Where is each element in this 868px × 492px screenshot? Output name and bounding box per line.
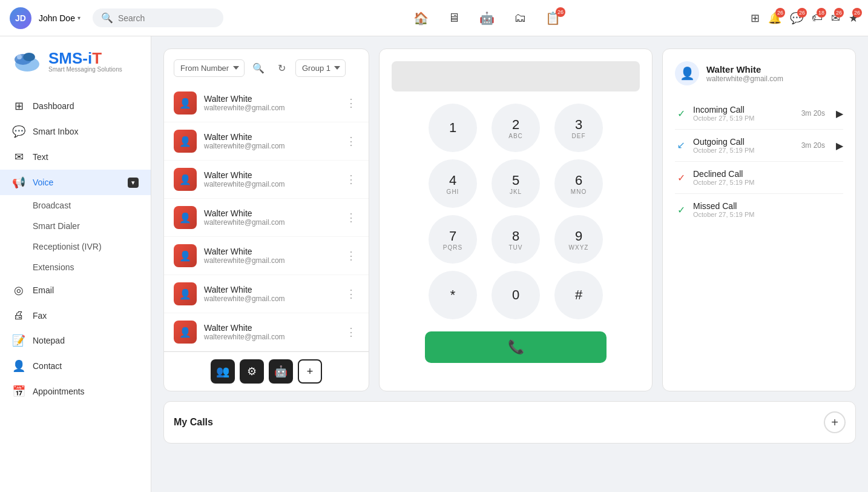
contact-list: 👤 Walter White walterewhite@gmail.com ⋮ …: [164, 84, 369, 351]
declined-call-date: October 27, 5:19 PM: [693, 179, 843, 186]
refresh-icon[interactable]: ↻: [272, 59, 291, 77]
monitor-icon[interactable]: 🖥: [448, 11, 460, 25]
incoming-call-label: Incoming Call: [693, 105, 795, 115]
notepad-label: Notepad: [33, 336, 65, 345]
search-bar[interactable]: 🔍: [93, 8, 223, 27]
mail-icon[interactable]: ✉26: [831, 12, 840, 25]
user-chevron-icon: ▾: [77, 15, 81, 21]
contact-avatar: 👤: [174, 321, 197, 344]
grid-icon[interactable]: ⊞: [751, 12, 760, 25]
user-menu[interactable]: John Doe ▾: [39, 13, 81, 23]
outgoing-play-icon[interactable]: ▶: [836, 140, 843, 151]
tag-icon[interactable]: 🏷18: [812, 12, 823, 24]
search-input[interactable]: [118, 13, 215, 23]
chat-icon[interactable]: 💬26: [790, 12, 803, 25]
dial-0[interactable]: 0: [492, 271, 540, 319]
smart-inbox-label: Smart Inbox: [33, 127, 78, 136]
sidebar-item-receptionist[interactable]: Receptionist (IVR): [0, 236, 151, 257]
contact-menu-icon[interactable]: ⋮: [343, 132, 359, 150]
dial-9[interactable]: 9WXYZ: [554, 215, 603, 264]
contact-info: Walter White walterewhite@gmail.com: [204, 323, 343, 341]
sidebar-item-appointments[interactable]: 📅 Appointments: [0, 379, 151, 404]
dial-7[interactable]: 7PQRS: [429, 215, 477, 264]
bot-icon[interactable]: 🤖: [479, 11, 495, 25]
contact-item[interactable]: 👤 Walter White walterewhite@gmail.com ⋮: [164, 199, 369, 237]
list-badge: 26: [556, 7, 565, 17]
sidebar: SMS-iT Smart Messaging Solutions ⊞ Dashb…: [0, 36, 151, 492]
contact-item[interactable]: 👤 Walter White walterewhite@gmail.com ⋮: [164, 313, 369, 351]
contact-item[interactable]: 👤 Walter White walterewhite@gmail.com ⋮: [164, 237, 369, 275]
sidebar-item-text[interactable]: ✉ Text: [0, 144, 151, 170]
contact-avatar: 👤: [174, 206, 197, 229]
notepad-icon: 📝: [12, 334, 25, 347]
dial-star[interactable]: *: [429, 271, 477, 319]
card-icon[interactable]: 🗂: [514, 11, 526, 25]
svg-point-3: [17, 55, 22, 59]
receptionist-label: Receptionist (IVR): [33, 242, 102, 251]
from-number-select[interactable]: From Number: [174, 59, 245, 77]
add-call-button[interactable]: +: [824, 411, 846, 433]
sidebar-item-email[interactable]: ◎ Email: [0, 278, 151, 303]
contact-item[interactable]: 👤 Walter White walterewhite@gmail.com ⋮: [164, 122, 369, 161]
topnav-right-icons: ⊞ 🔔26 💬26 🏷18 ✉26 ★26: [751, 12, 858, 25]
list-icon[interactable]: 📋26: [545, 11, 561, 25]
contact-email: walterewhite@gmail.com: [204, 104, 343, 112]
contact-item[interactable]: 👤 Walter White walterewhite@gmail.com ⋮: [164, 275, 369, 313]
contact-info: Walter White walterewhite@gmail.com: [204, 94, 343, 112]
contact-menu-icon[interactable]: ⋮: [343, 170, 359, 188]
sidebar-item-contact[interactable]: 👤 Contact: [0, 353, 151, 379]
declined-call-icon: ✓: [675, 172, 687, 184]
search-contacts-icon[interactable]: 🔍: [249, 59, 268, 77]
call-button[interactable]: 📞: [425, 331, 607, 363]
contact-menu-icon[interactable]: ⋮: [343, 208, 359, 227]
dial-5[interactable]: 5JKL: [492, 159, 540, 208]
contact-menu-icon[interactable]: ⋮: [343, 247, 359, 265]
contact-email: walterewhite@gmail.com: [204, 180, 343, 188]
contact-info: Walter White walterewhite@gmail.com: [204, 247, 343, 265]
sidebar-item-notepad[interactable]: 📝 Notepad: [0, 328, 151, 353]
contact-info: Walter White walterewhite@gmail.com: [204, 285, 343, 303]
dial-4[interactable]: 4GHI: [429, 159, 477, 208]
dial-8[interactable]: 8TUV: [492, 215, 540, 264]
dialpad-display: [392, 61, 640, 91]
contact-menu-icon[interactable]: ⋮: [343, 285, 359, 303]
dialpad-grid: 1 2ABC 3DEF 4GHI 5JKL 6MNO 7PQRS 8TUV 9W…: [425, 104, 607, 319]
call-history-panel: 👤 Walter White walterwhite@gmail.com ✓ I…: [662, 48, 856, 391]
bell-icon[interactable]: 🔔26: [768, 12, 781, 25]
dial-2[interactable]: 2ABC: [492, 104, 540, 152]
sidebar-item-fax[interactable]: 🖨 Fax: [0, 303, 151, 328]
logo-icon: [12, 46, 42, 76]
user-avatar[interactable]: JD: [10, 7, 31, 29]
contact-item[interactable]: 👤 Walter White walterewhite@gmail.com ⋮: [164, 161, 369, 199]
sidebar-item-dashboard[interactable]: ⊞ Dashboard: [0, 93, 151, 119]
call-history-declined: ✓ Declined Call October 27, 5:19 PM: [675, 162, 843, 194]
contact-menu-icon[interactable]: ⋮: [343, 323, 359, 341]
sidebar-item-extensions[interactable]: Extensions: [0, 257, 151, 278]
dial-3[interactable]: 3DEF: [554, 104, 603, 152]
incoming-call-duration: 3m 20s: [801, 109, 825, 118]
dial-1[interactable]: 1: [429, 104, 477, 152]
sidebar-item-broadcast[interactable]: Broadcast: [0, 195, 151, 216]
dial-6[interactable]: 6MNO: [554, 159, 603, 208]
star-icon[interactable]: ★26: [849, 12, 858, 25]
call-history-incoming: ✓ Incoming Call October 27, 5:19 PM 3m 2…: [675, 98, 843, 130]
sidebar-item-smart-dialer[interactable]: Smart Dialer: [0, 216, 151, 236]
smart-dialer-label: Smart Dialer: [33, 221, 80, 231]
settings-footer-btn[interactable]: ⚙: [240, 359, 264, 384]
dial-hash[interactable]: #: [554, 271, 603, 319]
contact-menu-icon[interactable]: ⋮: [343, 94, 359, 112]
sidebar-item-voice[interactable]: 📢 Voice ▾: [0, 170, 151, 195]
add-footer-btn[interactable]: +: [298, 359, 322, 384]
incoming-play-icon[interactable]: ▶: [836, 108, 843, 119]
contact-item[interactable]: 👤 Walter White walterewhite@gmail.com ⋮: [164, 84, 369, 122]
ch-avatar-icon: 👤: [680, 66, 695, 81]
logo-text: SMS-iT Smart Messaging Solutions: [48, 50, 122, 73]
home-icon[interactable]: 🏠: [413, 11, 429, 25]
group-select[interactable]: Group 1: [295, 59, 346, 77]
appointments-icon: 📅: [12, 385, 25, 398]
contacts-footer-btn[interactable]: 👥: [211, 359, 235, 384]
declined-call-label: Declined Call: [693, 169, 843, 179]
incoming-call-icon: ✓: [675, 108, 687, 119]
sidebar-item-smart-inbox[interactable]: 💬 Smart Inbox: [0, 119, 151, 144]
bot-footer-btn[interactable]: 🤖: [269, 359, 293, 384]
